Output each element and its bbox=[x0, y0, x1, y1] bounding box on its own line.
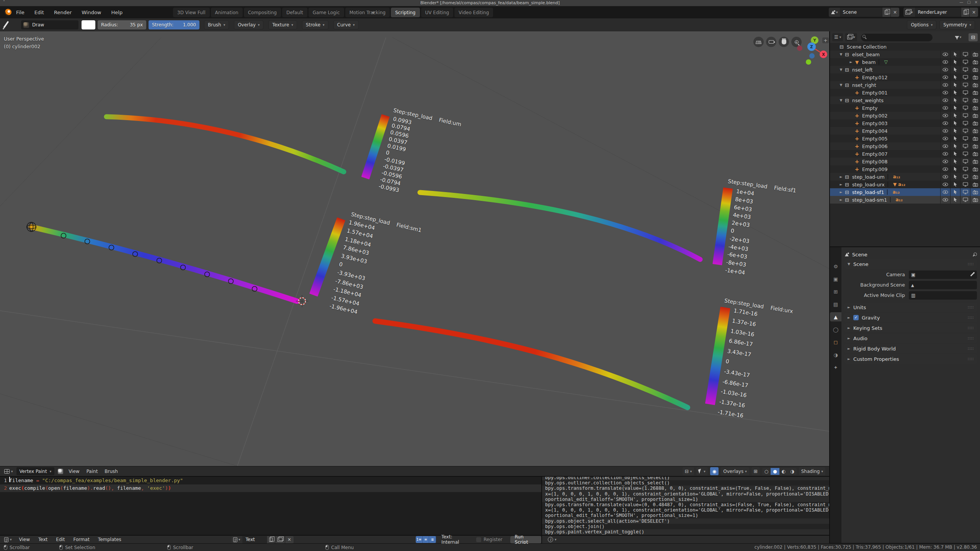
tool-dropdown[interactable]: Symmetry▾ bbox=[939, 20, 975, 29]
strength-slider[interactable]: Strength: 1.000 bbox=[149, 20, 199, 29]
outliner-row[interactable]: elset_beam bbox=[830, 51, 980, 58]
search-input[interactable] bbox=[861, 34, 933, 41]
scene-selector[interactable]: ▾ Scene × bbox=[829, 8, 899, 17]
workspace-tab[interactable]: Compositing bbox=[244, 8, 281, 17]
disclosure-triangle-icon[interactable] bbox=[838, 98, 844, 102]
overlays-toggle[interactable]: ◉ bbox=[710, 467, 719, 475]
viewport-visibility-toggle[interactable] bbox=[960, 73, 970, 81]
shading-dropdown[interactable]: Shading▾ bbox=[799, 467, 825, 475]
outliner-item-label[interactable]: nset_weights bbox=[852, 98, 884, 103]
selectable-toggle[interactable] bbox=[950, 158, 960, 165]
outliner-row[interactable]: step_load-sf1 bbox=[830, 188, 980, 196]
render-layer-unlink-button[interactable]: × bbox=[969, 8, 978, 17]
shading-solid-button[interactable]: ● bbox=[771, 468, 779, 475]
tool-dropdown[interactable]: Options▾ bbox=[907, 20, 936, 29]
menu-item[interactable]: File bbox=[16, 10, 24, 15]
selectable-toggle[interactable] bbox=[950, 73, 960, 81]
selectability-dropdown[interactable]: ▾ bbox=[696, 467, 708, 475]
radius-slider[interactable]: Radius: 35 px bbox=[98, 20, 146, 29]
sidebar-toggle-button[interactable]: + bbox=[822, 37, 829, 43]
render-layer-copy-button[interactable] bbox=[961, 8, 969, 17]
properties-tab-icon[interactable] bbox=[830, 262, 841, 271]
render-visibility-toggle[interactable] bbox=[970, 104, 980, 112]
outliner-item-label[interactable]: Empty.002 bbox=[862, 113, 887, 119]
disclosure-triangle-icon[interactable] bbox=[838, 68, 844, 72]
editor-type-selector[interactable]: ▾ bbox=[2, 536, 14, 544]
outliner-item-label[interactable]: Empty.001 bbox=[862, 90, 887, 96]
outliner-row[interactable]: Empty.006 bbox=[830, 142, 980, 150]
hide-eye-toggle[interactable] bbox=[940, 51, 950, 58]
outliner-row[interactable]: nset_right bbox=[830, 81, 980, 89]
register-option[interactable]: Register bbox=[476, 537, 502, 542]
disclosure-triangle-icon[interactable] bbox=[838, 175, 844, 179]
register-checkbox[interactable] bbox=[476, 537, 481, 542]
selectable-toggle[interactable] bbox=[950, 112, 960, 119]
text-editor-menu-item[interactable]: Templates bbox=[98, 537, 121, 542]
hide-eye-toggle[interactable] bbox=[940, 165, 950, 173]
hide-eye-toggle[interactable] bbox=[940, 73, 950, 81]
collapsed-panel-header[interactable]: ► ✓ Gravity ∷∷ bbox=[844, 313, 977, 322]
panel-drag-dots[interactable]: ∷∷ bbox=[968, 305, 974, 310]
hide-eye-toggle[interactable] bbox=[940, 104, 950, 112]
outliner-row[interactable]: Empty.001 bbox=[830, 89, 980, 96]
scene-panel-header[interactable]: ▼ Scene ∷∷ bbox=[844, 259, 977, 269]
hide-eye-toggle[interactable] bbox=[940, 119, 950, 127]
hide-eye-toggle[interactable] bbox=[940, 173, 950, 181]
workspace-tab[interactable]: UV Editing bbox=[421, 8, 454, 17]
selectable-toggle[interactable] bbox=[950, 196, 960, 204]
outliner-row[interactable]: nset_left bbox=[830, 66, 980, 73]
viewport-visibility-toggle[interactable] bbox=[960, 81, 970, 89]
pin-icon[interactable] bbox=[972, 252, 977, 257]
blender-logo-icon[interactable] bbox=[5, 9, 11, 16]
text-editor-menu-item[interactable]: Text bbox=[38, 537, 47, 542]
shading-rendered-button[interactable]: ◑ bbox=[788, 468, 796, 475]
disclosure-triangle-icon[interactable] bbox=[838, 183, 844, 186]
render-visibility-toggle[interactable] bbox=[970, 112, 980, 119]
render-visibility-toggle[interactable] bbox=[970, 158, 980, 165]
properties-tab-icon[interactable] bbox=[830, 274, 841, 284]
menu-item[interactable]: Window bbox=[82, 10, 101, 15]
eyedropper-icon[interactable] bbox=[970, 272, 975, 277]
overlays-dropdown[interactable]: Overlays▾ bbox=[721, 467, 749, 475]
properties-tab-icon[interactable] bbox=[830, 337, 841, 347]
render-layer-selector[interactable]: ▾ RenderLayer × bbox=[903, 8, 978, 17]
panel-drag-dots[interactable]: ∷∷ bbox=[968, 315, 974, 320]
render-visibility-toggle[interactable] bbox=[970, 119, 980, 127]
viewport-menu-paint[interactable]: Paint bbox=[87, 469, 98, 474]
outliner-row[interactable]: step_load-um bbox=[830, 173, 980, 181]
disclosure-triangle-icon[interactable] bbox=[838, 198, 844, 202]
toggle-perspective-button[interactable] bbox=[753, 37, 764, 47]
render-layer-name[interactable]: RenderLayer bbox=[915, 10, 961, 15]
collapsed-panel-header[interactable]: ► ✓ Rigid Body World ∷∷ bbox=[844, 344, 977, 353]
hide-eye-toggle[interactable] bbox=[940, 181, 950, 188]
viewport-menu-view[interactable]: View bbox=[69, 469, 79, 474]
text-copy-button[interactable] bbox=[266, 536, 275, 543]
text-editor-menu-item[interactable]: Edit bbox=[56, 537, 65, 542]
selectable-toggle[interactable] bbox=[950, 135, 960, 142]
workspace-tab[interactable]: Video Editing bbox=[454, 8, 493, 17]
outliner-item-label[interactable]: Empty.003 bbox=[862, 121, 887, 126]
outliner-row[interactable]: Empty.009 bbox=[830, 165, 980, 173]
viewport-visibility-toggle[interactable] bbox=[960, 150, 970, 158]
syntax-highlight-toggle[interactable]: ≣ bbox=[429, 536, 436, 543]
properties-tab-icon[interactable] bbox=[830, 363, 841, 372]
outliner-row[interactable]: Empty.005 bbox=[830, 135, 980, 142]
hide-eye-toggle[interactable] bbox=[940, 96, 950, 104]
pan-view-button[interactable] bbox=[779, 37, 789, 47]
selectable-toggle[interactable] bbox=[950, 89, 960, 96]
outliner-item-label[interactable]: nset_right bbox=[852, 82, 876, 88]
collapsed-panel-header[interactable]: ► ✓ Keying Sets ∷∷ bbox=[844, 323, 977, 333]
run-script-button[interactable]: Run Script bbox=[510, 536, 541, 543]
render-visibility-toggle[interactable] bbox=[970, 66, 980, 73]
viewport-menu-brush[interactable]: Brush bbox=[105, 469, 118, 474]
word-wrap-toggle[interactable]: ≡ bbox=[423, 536, 430, 543]
properties-tab-icon[interactable] bbox=[830, 312, 841, 321]
viewport-visibility-toggle[interactable] bbox=[960, 104, 970, 112]
viewport-visibility-toggle[interactable] bbox=[960, 196, 970, 204]
disclosure-triangle-icon[interactable] bbox=[838, 83, 844, 87]
outliner-row[interactable]: step_load-sm1 bbox=[830, 196, 980, 204]
close-button[interactable]: × bbox=[975, 0, 978, 4]
text-editor[interactable]: 1 filename = "C:/compas_fea/examples/bea… bbox=[0, 477, 541, 535]
viewport-visibility-toggle[interactable] bbox=[960, 119, 970, 127]
viewport-visibility-toggle[interactable] bbox=[960, 142, 970, 150]
